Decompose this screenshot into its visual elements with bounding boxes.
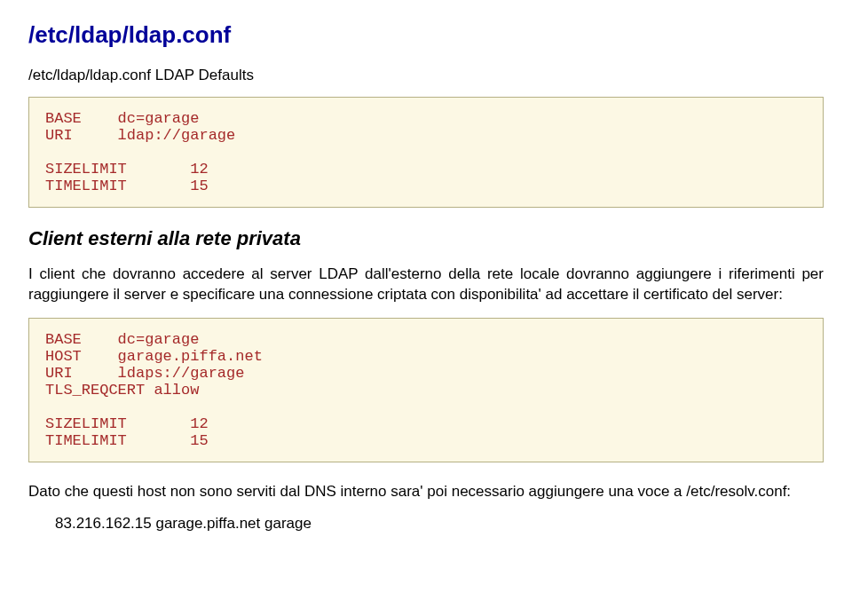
- page-title: /etc/ldap/ldap.conf: [28, 21, 824, 49]
- subtitle-text: /etc/ldap/ldap.conf LDAP Defaults: [28, 67, 824, 84]
- code-block-external: BASE dc=garage HOST garage.piffa.net URI…: [28, 318, 824, 462]
- code-block-defaults: BASE dc=garage URI ldap://garage SIZELIM…: [28, 97, 824, 208]
- paragraph-dns: Dato che questi host non sono serviti da…: [28, 482, 824, 502]
- section-heading-clients: Client esterni alla rete privata: [28, 227, 824, 250]
- paragraph-intro: I client che dovranno accedere al server…: [28, 265, 824, 305]
- resolv-entry: 83.216.162.15 garage.piffa.net garage: [55, 515, 824, 533]
